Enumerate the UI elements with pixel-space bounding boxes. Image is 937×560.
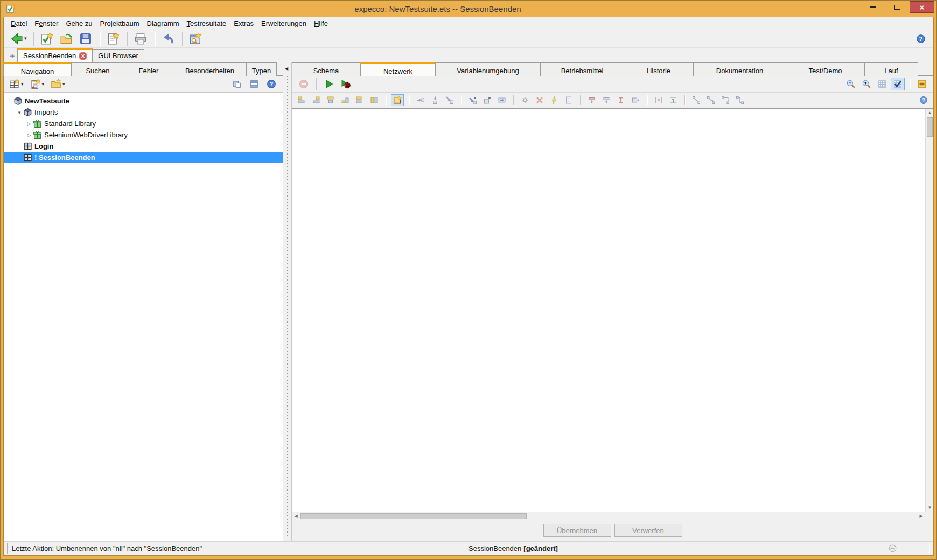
protocol-button[interactable] (562, 94, 575, 106)
add-connection-button[interactable] (466, 94, 479, 106)
maximize-button[interactable] (885, 1, 910, 13)
print-button[interactable] (132, 31, 150, 47)
horizontal-gap-button[interactable] (652, 94, 665, 106)
stop-button[interactable] (296, 77, 311, 91)
tab-netzwerk[interactable]: Netzwerk (360, 62, 436, 76)
horizontal-scrollbar[interactable]: ◀ ▶ (292, 512, 925, 520)
run-button[interactable] (321, 77, 337, 91)
collapse-splitter-icon[interactable]: ◀ (285, 66, 288, 71)
zoom-in-button[interactable] (859, 78, 873, 90)
detach-view-button[interactable] (230, 78, 245, 90)
input-anchor-icon[interactable] (900, 112, 908, 120)
minimize-button[interactable] (860, 1, 885, 13)
open-button[interactable] (58, 31, 76, 47)
insert-below-button[interactable] (429, 94, 442, 106)
back-button[interactable]: ▾ (8, 31, 29, 47)
align-top-button[interactable] (324, 94, 337, 106)
expander-icon[interactable]: ▾ (16, 110, 23, 115)
help-button[interactable] (914, 32, 929, 45)
top-anchor-button[interactable] (585, 94, 598, 106)
scroll-left-icon[interactable]: ◀ (292, 512, 300, 520)
expander-icon[interactable]: ▷ (25, 132, 33, 138)
add-tab-icon[interactable]: + (7, 51, 18, 62)
tab-sessionbeenden[interactable]: SessionBeenden (17, 48, 93, 62)
line-orthogonal-button[interactable] (719, 94, 732, 106)
tab-navigation[interactable]: Navigation (3, 62, 72, 76)
new-element-button[interactable] (391, 94, 404, 106)
vertical-gap-button[interactable] (667, 94, 680, 106)
tree-item-standard-library[interactable]: ▷ Standard Library (4, 118, 283, 129)
debug-button[interactable] (338, 77, 353, 91)
insert-after-button[interactable] (443, 94, 456, 106)
vertical-distribute-button[interactable] (614, 94, 627, 106)
new-item-menu-button[interactable]: ▾ (28, 77, 47, 91)
line-rounded-button[interactable] (733, 94, 746, 106)
panel-splitter[interactable]: ◀ (283, 62, 292, 541)
tab-test-demo[interactable]: Test/Demo (786, 62, 865, 76)
discard-button[interactable]: Verwerfen (614, 524, 682, 537)
grid-button[interactable] (875, 78, 889, 90)
menu-gehe-zu[interactable]: Gehe zu (62, 18, 96, 29)
scroll-down-icon[interactable]: ▼ (926, 503, 934, 512)
tab-dokumentation[interactable]: Dokumentation (693, 62, 786, 76)
align-left-button[interactable] (295, 94, 308, 106)
add-block-button[interactable] (481, 94, 494, 106)
tab-besonderheiten[interactable]: Besonderheiten (173, 62, 247, 76)
menu-fenster[interactable]: Fenster (31, 18, 62, 29)
new-window-button[interactable] (104, 31, 123, 47)
line-direct-button[interactable] (690, 94, 703, 106)
menu-erweiterungen[interactable]: Erweiterungen (257, 18, 310, 29)
tab-typen[interactable]: Typen (246, 62, 277, 76)
close-button[interactable]: × (910, 1, 934, 13)
zoom-out-button[interactable] (844, 78, 858, 90)
scroll-right-icon[interactable]: ▶ (917, 512, 925, 520)
vertical-scroll-thumb[interactable] (927, 117, 933, 137)
align-vertical-button[interactable] (368, 94, 381, 106)
save-button[interactable] (77, 31, 95, 47)
output-anchor-icon[interactable] (307, 112, 316, 120)
tree-item-newtestsuite[interactable]: NewTestsuite (4, 95, 283, 107)
close-tab-icon[interactable] (79, 52, 87, 60)
tab-betriebsmittel[interactable]: Betriebsmittel (540, 62, 624, 76)
tab-variablenumgebung[interactable]: Variablenumgebung (435, 62, 541, 76)
tab-historie[interactable]: Historie (624, 62, 694, 76)
input-anchor-icon[interactable] (296, 112, 304, 120)
scroll-up-icon[interactable]: ▲ (926, 109, 934, 117)
gui-browser-button[interactable] (187, 31, 205, 47)
tab-suchen[interactable]: Suchen (71, 62, 124, 76)
split-view-button[interactable] (247, 78, 262, 90)
menu-hilfe[interactable]: Hilfe (310, 18, 332, 29)
form-editor-button[interactable] (915, 78, 929, 90)
output-anchor-icon[interactable] (911, 112, 919, 120)
horizontal-scroll-thumb[interactable] (300, 513, 527, 519)
snap-grid-button[interactable] (891, 78, 905, 90)
menu-extras[interactable]: Extras (230, 18, 257, 29)
delete-button[interactable] (533, 94, 546, 106)
tab-fehler[interactable]: Fehler (124, 62, 173, 76)
menu-projektbaum[interactable]: Projektbaum (96, 18, 143, 29)
new-folder-menu-button[interactable]: ▾ (48, 77, 67, 91)
tab-schema[interactable]: Schema (291, 62, 361, 76)
expander-icon[interactable]: ▷ (25, 121, 33, 127)
insert-before-button[interactable] (414, 94, 427, 106)
breakpoint-button[interactable] (548, 94, 561, 106)
inline-block-button[interactable] (495, 94, 508, 106)
vertical-scrollbar[interactable]: ▲ ▼ (925, 109, 933, 512)
align-right-button[interactable] (310, 94, 323, 106)
tab-gui-browser[interactable]: GUI Browser (92, 49, 144, 62)
new-view-menu-button[interactable]: ▾ (7, 77, 26, 91)
tree-item-sessionbeenden[interactable]: ! SessionBeenden (4, 152, 283, 163)
menu-testresultate[interactable]: Testresultate (183, 18, 230, 29)
help-button[interactable] (264, 78, 279, 90)
resize-element-button[interactable] (629, 94, 642, 106)
undo-button[interactable] (159, 31, 178, 47)
tab-lauf[interactable]: Lauf (864, 62, 918, 76)
help-button[interactable] (917, 94, 930, 106)
settings-button[interactable] (519, 94, 532, 106)
title-bar[interactable]: expecco: NewTestsuite.ets -- SessionBeen… (1, 1, 936, 17)
network-canvas[interactable]: ▲ ▼ ◀ ▶ (292, 108, 933, 520)
apply-button[interactable]: Übernehmen (543, 524, 611, 537)
tree-item-imports[interactable]: ▾ Imports (4, 107, 283, 118)
line-diagonal-button[interactable] (704, 94, 717, 106)
menu-diagramm[interactable]: Diagramm (143, 18, 183, 29)
